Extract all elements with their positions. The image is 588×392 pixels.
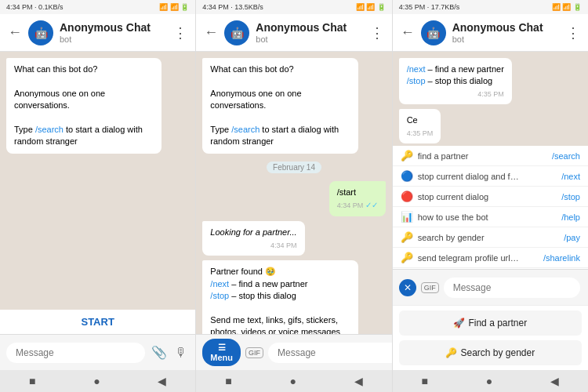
- back-button-1[interactable]: ←: [8, 24, 22, 41]
- search-link-1[interactable]: /search: [35, 125, 64, 134]
- cmd-stop[interactable]: 🔴 stop current dialog /stop: [393, 187, 588, 207]
- stop-link-2[interactable]: /stop: [210, 291, 229, 300]
- app-bar-1: ← 🤖 Anonymous Chat bot ⋮: [0, 14, 195, 52]
- status-time-1: 4:34 PM · 0.1KB/s: [6, 3, 64, 11]
- chat-title-1: Anonymous Chat: [60, 21, 167, 34]
- nav-circle-1[interactable]: ●: [93, 375, 100, 387]
- message-input-2[interactable]: [268, 343, 393, 363]
- msg-start-outgoing: /start 4:34 PM ✓✓: [329, 181, 386, 216]
- gif-button-3[interactable]: GIF: [421, 282, 439, 293]
- nav-circle-3[interactable]: ●: [486, 375, 492, 387]
- nav-circle-2[interactable]: ●: [289, 375, 296, 387]
- avatar-3: 🤖: [421, 20, 446, 45]
- date-divider-2: February 14: [267, 162, 321, 173]
- stop-link-3[interactable]: /stop: [407, 76, 426, 85]
- input-bar-3: ✕ GIF ☺ 📎 🎙: [393, 269, 588, 305]
- cmd-icon-sharelink: 🔑: [401, 252, 413, 263]
- cmd-help[interactable]: 📊 how to use the bot /help: [393, 207, 588, 227]
- nav-bar-1: ■ ● ◀: [0, 370, 195, 392]
- next-link-3[interactable]: /next: [407, 64, 426, 74]
- cmd-next[interactable]: 🔵 stop current dialog and find a new par…: [393, 166, 588, 187]
- avatar-1: 🤖: [28, 20, 53, 45]
- search-gender-button[interactable]: 🔑Search by gender: [399, 340, 582, 365]
- back-button-3[interactable]: ←: [401, 24, 415, 41]
- msg-text-partner: Partner found 🥹 /next – find a new partn…: [210, 267, 350, 334]
- cmd-slash-stop: /stop: [561, 192, 580, 201]
- nav-bar-3: ■ ● ◀: [393, 370, 588, 392]
- action-buttons-3: 🚀Find a partner 🔑Search by gender: [393, 305, 588, 370]
- start-link[interactable]: START: [0, 310, 195, 334]
- cmd-icon-stop: 🔴: [401, 191, 413, 202]
- msg-text-start: /start: [337, 187, 356, 197]
- cmd-sharelink[interactable]: 🔑 send telegram profile url to your p...…: [393, 248, 588, 268]
- msg-bubble-incoming: What can this bot do?Anonymous one on on…: [6, 58, 162, 154]
- nav-back-3[interactable]: ◀: [550, 375, 559, 387]
- cmd-name-help: how to use the bot: [418, 212, 520, 222]
- msg-text-nextstop: /next – find a new partner /stop – stop …: [407, 64, 504, 85]
- cmd-name-search: find a partner: [418, 151, 520, 161]
- screens-container: 4:34 PM · 0.1KB/s 📶 📶 🔋 ← 🤖 Anonymous Ch…: [0, 0, 588, 392]
- chat-area-1: What can this bot do?Anonymous one on on…: [0, 52, 195, 310]
- status-time-2: 4:34 PM · 13.5KB/s: [202, 3, 263, 11]
- key-icon: 🔑: [445, 347, 457, 358]
- cmd-slash-sharelink: /sharelink: [543, 253, 580, 263]
- emoji-icon-3[interactable]: ☺: [585, 279, 588, 296]
- nav-square-2[interactable]: ■: [225, 375, 231, 387]
- attach-icon-1[interactable]: 📎: [150, 343, 169, 361]
- nav-square-1[interactable]: ■: [29, 375, 35, 387]
- next-link-2[interactable]: /next: [210, 279, 229, 289]
- status-time-3: 4:35 PM · 17.7KB/s: [399, 3, 460, 11]
- gif-button-2[interactable]: GIF: [245, 347, 263, 358]
- msg-1-screen2: What can this bot do?Anonymous one on on…: [202, 58, 358, 154]
- cmd-name-pay: search by gender: [418, 233, 520, 242]
- chat-subtitle-2: bot: [256, 34, 363, 44]
- message-input-1[interactable]: [6, 343, 145, 363]
- nav-back-2[interactable]: ◀: [354, 375, 363, 387]
- message-input-3[interactable]: [444, 278, 580, 298]
- msg-text-ce: Ce: [407, 115, 418, 125]
- avatar-2: 🤖: [224, 20, 249, 45]
- msg-text-2a: What can this bot do?Anonymous one on on…: [210, 64, 339, 146]
- app-bar-3: ← 🤖 Anonymous Chat bot ⋮: [393, 14, 588, 52]
- status-icons-3: 📶 📶 🔋: [552, 3, 582, 11]
- msg-time-start: 4:34 PM ✓✓: [337, 200, 378, 211]
- cmd-search[interactable]: 🔑 find a partner /search: [393, 146, 588, 166]
- cmd-slash-search: /search: [552, 151, 580, 161]
- msg-time-looking: 4:34 PM: [210, 241, 296, 251]
- menu-button-2[interactable]: ☰ Menu: [202, 339, 241, 366]
- back-button-2[interactable]: ←: [204, 24, 218, 41]
- chat-title-3: Anonymous Chat: [452, 21, 560, 34]
- cmd-slash-next: /next: [561, 172, 580, 181]
- cmd-icon-pay: 🔑: [401, 231, 413, 243]
- nav-square-3[interactable]: ■: [422, 375, 428, 387]
- x-button-3[interactable]: ✕: [399, 279, 416, 296]
- search-link-2[interactable]: /search: [231, 125, 260, 134]
- chat-title-2: Anonymous Chat: [256, 21, 363, 34]
- status-bar-3: 4:35 PM · 17.7KB/s 📶 📶 🔋: [393, 0, 588, 14]
- app-bar-2: ← 🤖 Anonymous Chat bot ⋮: [196, 14, 391, 52]
- more-button-1[interactable]: ⋮: [173, 24, 187, 42]
- more-button-2[interactable]: ⋮: [370, 24, 384, 42]
- cmd-icon-search: 🔑: [401, 150, 413, 162]
- cmd-slash-help: /help: [561, 212, 580, 222]
- msg-looking: Looking for a partner... 4:34 PM: [202, 221, 304, 256]
- status-icons-2: 📶 📶 🔋: [356, 3, 386, 11]
- chat-subtitle-1: bot: [60, 34, 167, 44]
- cmd-icon-next: 🔵: [401, 170, 413, 182]
- mic-icon-1[interactable]: 🎙: [173, 344, 189, 361]
- cmd-icon-help: 📊: [401, 211, 413, 223]
- status-bar-2: 4:34 PM · 13.5KB/s 📶 📶 🔋: [196, 0, 391, 14]
- more-button-3[interactable]: ⋮: [566, 24, 580, 42]
- msg-ce: Ce 4:35 PM: [399, 109, 441, 143]
- rocket-icon: 🚀: [453, 318, 465, 328]
- commands-list: 🔑 find a partner /search 🔵 stop current …: [393, 146, 588, 269]
- cmd-name-sharelink: send telegram profile url to your p...: [418, 253, 520, 263]
- find-partner-button[interactable]: 🚀Find a partner: [399, 310, 582, 336]
- nav-bar-2: ■ ● ◀: [196, 370, 391, 392]
- msg-text-looking: Looking for a partner...: [210, 227, 296, 237]
- screen-2: 4:34 PM · 13.5KB/s 📶 📶 🔋 ← 🤖 Anonymous C…: [196, 0, 392, 392]
- chat-area-3: /next – find a new partner /stop – stop …: [393, 52, 588, 146]
- status-icons-1: 📶 📶 🔋: [159, 3, 189, 11]
- nav-back-1[interactable]: ◀: [158, 375, 166, 387]
- cmd-pay[interactable]: 🔑 search by gender /pay: [393, 227, 588, 248]
